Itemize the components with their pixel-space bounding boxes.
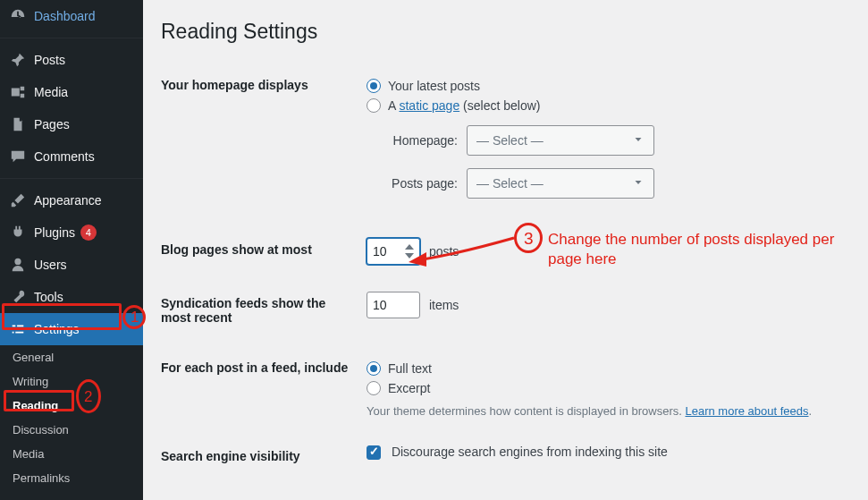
posts-page-select[interactable]: — Select —: [467, 168, 654, 199]
radio-static-page-label: A static page (select below): [388, 98, 540, 113]
label: Pages: [34, 117, 70, 131]
sidebar-item-media[interactable]: Media: [0, 76, 143, 108]
blog-pages-unit: posts: [429, 244, 459, 258]
gauge-icon: [9, 7, 27, 25]
blog-pages-value: 10: [373, 244, 403, 258]
user-icon: [9, 256, 27, 274]
learn-more-feeds-link[interactable]: Learn more about feeds: [685, 404, 808, 418]
radio-full-text-label: Full text: [388, 361, 432, 376]
discourage-label: Discourage search engines from indexing …: [392, 445, 668, 459]
pin-icon: [9, 51, 27, 69]
radio-latest-posts-label: Your latest posts: [388, 79, 480, 93]
label: Tools: [34, 290, 63, 304]
sidebar-sub-general[interactable]: General: [0, 345, 143, 369]
sidebar-item-settings[interactable]: Settings: [0, 313, 143, 345]
label: Users: [34, 258, 67, 272]
content-area: Reading Settings Your homepage displays …: [143, 0, 868, 500]
search-visibility-label: Search engine visibility: [161, 431, 358, 481]
sidebar-item-posts[interactable]: Posts: [0, 44, 143, 76]
posts-page-select-value: — Select —: [476, 176, 544, 191]
spinner[interactable]: [403, 242, 416, 260]
radio-static-page[interactable]: [367, 98, 381, 113]
sidebar-sub-reading[interactable]: Reading: [0, 394, 143, 418]
chevron-down-icon: [632, 176, 645, 191]
label: Dashboard: [34, 9, 96, 23]
sidebar-item-dashboard[interactable]: Dashboard: [0, 0, 143, 32]
discourage-checkbox[interactable]: [367, 445, 381, 460]
label: Settings: [34, 322, 80, 336]
media-icon: [9, 83, 27, 101]
sidebar-item-appearance[interactable]: Appearance: [0, 184, 143, 216]
syndication-label: Syndication feeds show the most recent: [161, 278, 358, 343]
label: Media: [34, 85, 68, 99]
homepage-select-label: Homepage:: [384, 133, 467, 148]
syndication-unit: items: [429, 298, 459, 312]
static-page-link[interactable]: static page: [399, 98, 459, 113]
syndication-value: 10: [373, 298, 416, 312]
divider: [0, 178, 143, 179]
homepage-select[interactable]: — Select —: [467, 125, 654, 156]
sidebar-item-tools[interactable]: Tools: [0, 281, 143, 313]
label: Appearance: [34, 193, 102, 208]
admin-sidebar: Dashboard Posts Media Pages Comments App…: [0, 0, 143, 500]
feed-description: Your theme determines how content is dis…: [367, 404, 841, 418]
homepage-displays-label: Your homepage displays: [161, 60, 358, 225]
sidebar-item-pages[interactable]: Pages: [0, 108, 143, 140]
chevron-up-icon[interactable]: [403, 242, 416, 251]
brush-icon: [9, 191, 27, 209]
sidebar-item-plugins[interactable]: Plugins 4: [0, 216, 143, 249]
homepage-select-value: — Select —: [476, 133, 544, 148]
blog-pages-input[interactable]: 10: [367, 238, 420, 265]
sidebar-item-comments[interactable]: Comments: [0, 140, 143, 173]
radio-full-text[interactable]: [367, 361, 381, 376]
sidebar-sub-permalinks[interactable]: Permalinks: [0, 466, 143, 490]
blog-pages-label: Blog pages show at most: [161, 225, 358, 278]
chevron-down-icon: [632, 133, 645, 148]
plug-icon: [9, 224, 27, 242]
sidebar-sub-discussion[interactable]: Discussion: [0, 418, 143, 442]
radio-excerpt[interactable]: [367, 381, 381, 395]
comment-icon: [9, 148, 27, 165]
chevron-down-icon[interactable]: [403, 251, 416, 260]
plugins-badge: 4: [80, 225, 97, 241]
sidebar-sub-writing[interactable]: Writing: [0, 369, 143, 394]
divider: [0, 38, 143, 38]
sliders-icon: [9, 320, 27, 338]
posts-page-select-label: Posts page:: [384, 176, 467, 191]
feed-include-label: For each post in a feed, include: [161, 343, 358, 431]
settings-form: Your homepage displays Your latest posts…: [161, 60, 850, 481]
page-title: Reading Settings: [161, 20, 850, 44]
sidebar-sub-media[interactable]: Media: [0, 442, 143, 466]
search-visibility-option[interactable]: Discourage search engines from indexing …: [367, 445, 668, 459]
label: Posts: [34, 53, 65, 67]
sidebar-item-users[interactable]: Users: [0, 249, 143, 281]
syndication-input[interactable]: 10: [367, 292, 420, 318]
label: Plugins: [34, 225, 75, 240]
wrench-icon: [9, 288, 27, 306]
radio-latest-posts[interactable]: [367, 79, 381, 93]
radio-excerpt-label: Excerpt: [388, 381, 430, 395]
page-icon: [9, 115, 27, 133]
label: Comments: [34, 149, 95, 164]
